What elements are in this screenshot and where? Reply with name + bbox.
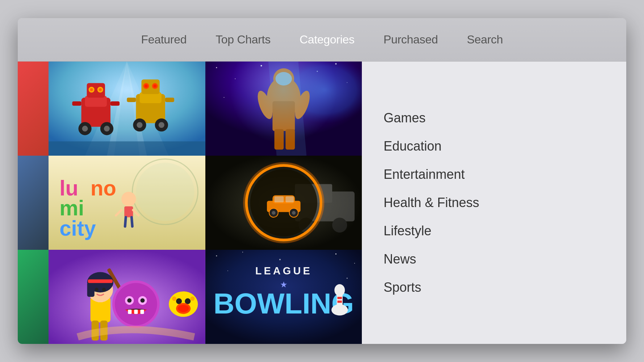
svg-point-32 [216, 67, 217, 68]
strip-top [18, 62, 49, 156]
svg-point-102 [185, 298, 191, 304]
svg-rect-88 [88, 279, 113, 283]
category-lifestyle[interactable]: Lifestyle [384, 218, 605, 244]
svg-point-120 [334, 284, 345, 296]
svg-point-10 [99, 88, 102, 91]
svg-rect-121 [337, 297, 342, 299]
category-health-fitness[interactable]: Health & Fitness [384, 190, 605, 215]
nav-featured[interactable]: Featured [141, 33, 187, 46]
strip-mid [18, 156, 49, 250]
svg-point-51 [136, 163, 194, 221]
category-education[interactable]: Education [384, 134, 605, 159]
cell-characters-game[interactable] [49, 250, 205, 344]
svg-point-104 [178, 305, 189, 312]
svg-line-56 [125, 217, 126, 226]
app-grid: lu mi no city [18, 62, 362, 344]
nav-search[interactable]: Search [467, 33, 503, 46]
svg-point-66 [332, 218, 347, 232]
svg-point-96 [140, 298, 145, 303]
svg-point-27 [159, 122, 164, 128]
svg-point-14 [104, 126, 110, 131]
svg-point-22 [145, 85, 148, 88]
svg-rect-73 [285, 196, 294, 202]
svg-point-92 [115, 283, 157, 325]
svg-point-52 [121, 192, 136, 206]
svg-point-13 [82, 126, 88, 131]
svg-point-110 [279, 259, 280, 260]
category-entertainment[interactable]: Entertainment [384, 162, 605, 187]
svg-point-26 [137, 122, 142, 128]
svg-point-37 [223, 97, 224, 98]
svg-rect-85 [87, 282, 95, 297]
svg-rect-122 [337, 300, 342, 303]
svg-point-105 [172, 296, 176, 301]
category-news[interactable]: News [384, 247, 605, 272]
svg-rect-98 [134, 310, 138, 314]
svg-point-101 [176, 298, 182, 304]
svg-point-9 [90, 88, 93, 91]
strip-bot [18, 250, 49, 344]
svg-rect-16 [110, 101, 120, 106]
nav-categories[interactable]: Categories [300, 33, 355, 46]
cell-lumino-city[interactable]: lu mi no city [49, 156, 205, 250]
svg-rect-29 [165, 98, 174, 102]
svg-point-108 [216, 255, 217, 256]
svg-point-111 [335, 253, 336, 254]
svg-point-86 [95, 288, 99, 291]
svg-point-113 [227, 270, 228, 271]
cell-robots-racing[interactable] [49, 62, 205, 156]
svg-point-87 [102, 288, 106, 291]
svg-text:city: city [59, 216, 96, 240]
svg-line-57 [131, 217, 132, 226]
svg-point-23 [154, 85, 156, 88]
categories-sidebar: Games Education Entertainment Health & F… [362, 62, 626, 344]
svg-point-114 [346, 278, 347, 279]
svg-point-106 [190, 296, 195, 301]
svg-point-77 [292, 211, 295, 215]
cell-league-bowling[interactable]: LEAGUE ★ BOWLING [205, 250, 362, 344]
svg-rect-99 [140, 310, 144, 314]
svg-point-76 [272, 211, 275, 215]
svg-rect-97 [128, 310, 131, 314]
svg-point-109 [242, 252, 243, 252]
svg-point-112 [354, 263, 355, 264]
svg-text:no: no [91, 176, 116, 200]
cell-space-woman[interactable] [205, 62, 362, 156]
svg-rect-15 [72, 101, 81, 106]
category-sports[interactable]: Sports [384, 275, 605, 300]
app-window: Featured Top Charts Categories Purchased… [18, 18, 626, 344]
svg-rect-30 [49, 142, 205, 156]
svg-point-95 [127, 298, 131, 303]
nav-purchased[interactable]: Purchased [384, 33, 438, 46]
svg-rect-28 [127, 98, 136, 102]
navbar: Featured Top Charts Categories Purchased… [18, 18, 626, 62]
svg-text:BOWLING: BOWLING [213, 287, 354, 320]
svg-text:LEAGUE: LEAGUE [255, 265, 312, 277]
category-games[interactable]: Games [384, 105, 605, 131]
cell-road-rush[interactable] [205, 156, 362, 250]
svg-rect-72 [274, 196, 284, 202]
nav-top-charts[interactable]: Top Charts [216, 33, 271, 46]
main-content: lu mi no city [18, 62, 626, 344]
svg-rect-53 [124, 206, 133, 217]
